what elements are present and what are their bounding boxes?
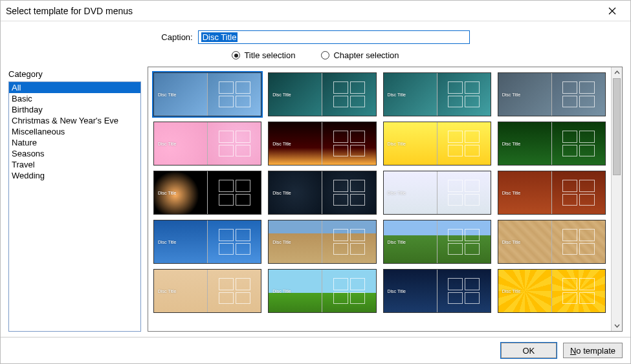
category-item[interactable]: Wedding [9, 170, 140, 181]
category-item[interactable]: All [9, 82, 140, 93]
window-title: Select template for DVD menus [6, 6, 599, 16]
thumbnail-label: Disc Title [384, 188, 437, 198]
category-item[interactable]: Miscellaneous [9, 126, 140, 137]
thumbnail-chapter-page [208, 270, 261, 312]
thumbnail-title-page: Disc Title [154, 220, 207, 263]
thumbnail-label: Disc Title [154, 188, 207, 198]
selection-mode-group: Title selection Chapter selection [232, 50, 399, 60]
category-item[interactable]: Basic [9, 93, 140, 104]
no-template-button[interactable]: No template [563, 343, 623, 358]
category-column: Category AllBasicBirthdayChristmas & New… [8, 67, 141, 332]
caption-input[interactable]: Disc Title [198, 30, 470, 44]
ok-button[interactable]: OK [501, 343, 557, 358]
template-thumbnail[interactable]: Disc Title [383, 171, 491, 215]
category-list[interactable]: AllBasicBirthdayChristmas & New Year's E… [8, 81, 141, 332]
thumbnail-chapter-page [208, 171, 261, 214]
thumbnail-label: Disc Title [269, 90, 322, 100]
body-row: Category AllBasicBirthdayChristmas & New… [1, 67, 630, 337]
thumbnail-chapter-page [437, 220, 491, 263]
thumbnail-title-page: Disc Title [269, 270, 322, 312]
thumbnail-chapter-page [552, 171, 605, 214]
radio-chapter-label: Chapter selection [333, 50, 399, 60]
template-thumbnail[interactable]: Disc Title [153, 72, 261, 116]
chevron-down-icon [614, 323, 620, 328]
caption-label: Caption: [161, 32, 192, 42]
thumbnail-chapter-page [552, 122, 605, 165]
template-thumbnail[interactable]: Disc Title [498, 171, 606, 215]
radio-chapter-selection[interactable]: Chapter selection [321, 50, 399, 60]
template-thumbnail[interactable]: Disc Title [268, 171, 376, 215]
category-item[interactable]: Seasons [9, 148, 140, 159]
thumbnail-label: Disc Title [384, 139, 437, 149]
thumbnail-chapter-page [208, 220, 261, 263]
titlebar: Select template for DVD menus [1, 1, 630, 21]
thumbnail-title-page: Disc Title [498, 122, 551, 165]
thumbnail-label: Disc Title [269, 286, 322, 296]
thumbnail-label: Disc Title [269, 237, 322, 247]
category-item[interactable]: Travel [9, 159, 140, 170]
thumbnail-chapter-page [322, 73, 375, 116]
thumbnail-label: Disc Title [498, 188, 551, 198]
thumbnail-title-page: Disc Title [498, 73, 551, 116]
close-button[interactable] [599, 1, 625, 21]
thumbnail-title-page: Disc Title [384, 171, 437, 214]
radio-title-selection[interactable]: Title selection [232, 50, 295, 60]
thumbnail-title-page: Disc Title [154, 270, 207, 312]
thumbnail-chapter-page [437, 122, 491, 165]
template-thumbnail[interactable]: Disc Title [383, 220, 491, 264]
gallery-scrollbar[interactable] [611, 67, 622, 331]
template-thumbnail[interactable]: Disc Title [153, 220, 261, 264]
category-header: Category [8, 69, 141, 79]
template-thumbnail[interactable]: Disc Title [498, 220, 606, 264]
template-thumbnail[interactable]: Disc Title [268, 122, 376, 166]
thumbnail-label: Disc Title [384, 90, 437, 100]
caption-value: Disc Title [201, 32, 238, 42]
template-thumbnail[interactable]: Disc Title [498, 72, 606, 116]
thumbnail-title-page: Disc Title [498, 220, 551, 263]
thumbnail-chapter-page [552, 73, 605, 116]
template-thumbnail[interactable]: Disc Title [498, 269, 606, 313]
thumbnail-label: Disc Title [498, 90, 551, 100]
thumbnail-chapter-page [552, 270, 605, 312]
thumbnail-label: Disc Title [269, 139, 322, 149]
template-thumbnail[interactable]: Disc Title [268, 269, 376, 313]
radio-title-label: Title selection [244, 50, 295, 60]
gallery-grid: Disc TitleDisc TitleDisc TitleDisc Title… [148, 67, 611, 318]
template-thumbnail[interactable]: Disc Title [383, 269, 491, 313]
category-item[interactable]: Nature [9, 137, 140, 148]
template-thumbnail[interactable]: Disc Title [153, 269, 261, 313]
thumbnail-label: Disc Title [154, 237, 207, 247]
thumbnail-label: Disc Title [154, 139, 207, 149]
close-icon [608, 7, 616, 15]
scroll-up-button[interactable] [612, 67, 622, 78]
scroll-down-button[interactable] [612, 320, 622, 331]
chevron-up-icon [614, 70, 620, 76]
thumbnail-label: Disc Title [498, 237, 551, 247]
template-thumbnail[interactable]: Disc Title [383, 72, 491, 116]
thumbnail-title-page: Disc Title [384, 270, 437, 312]
scroll-track[interactable] [612, 78, 622, 320]
category-item[interactable]: Birthday [9, 104, 140, 115]
thumbnail-title-page: Disc Title [154, 73, 207, 116]
thumbnail-title-page: Disc Title [498, 270, 551, 312]
category-item[interactable]: Christmas & New Year's Eve [9, 115, 140, 126]
no-template-label: No template [570, 346, 615, 356]
radio-dot-icon [232, 51, 240, 59]
thumbnail-label: Disc Title [498, 286, 551, 296]
ok-button-label: OK [523, 346, 535, 356]
scroll-thumb[interactable] [613, 78, 621, 175]
template-thumbnail[interactable]: Disc Title [268, 72, 376, 116]
thumbnail-title-page: Disc Title [384, 122, 437, 165]
template-thumbnail[interactable]: Disc Title [153, 171, 261, 215]
template-thumbnail[interactable]: Disc Title [153, 122, 261, 166]
thumbnail-title-page: Disc Title [154, 122, 207, 165]
template-thumbnail[interactable]: Disc Title [383, 122, 491, 166]
thumbnail-chapter-page [437, 171, 491, 214]
template-thumbnail[interactable]: Disc Title [268, 220, 376, 264]
thumbnail-title-page: Disc Title [269, 220, 322, 263]
caption-row: Caption: Disc Title [161, 30, 469, 44]
gallery-viewport[interactable]: Disc TitleDisc TitleDisc TitleDisc Title… [148, 67, 611, 331]
thumbnail-chapter-page [437, 270, 491, 312]
template-thumbnail[interactable]: Disc Title [498, 122, 606, 166]
thumbnail-chapter-page [208, 73, 261, 116]
